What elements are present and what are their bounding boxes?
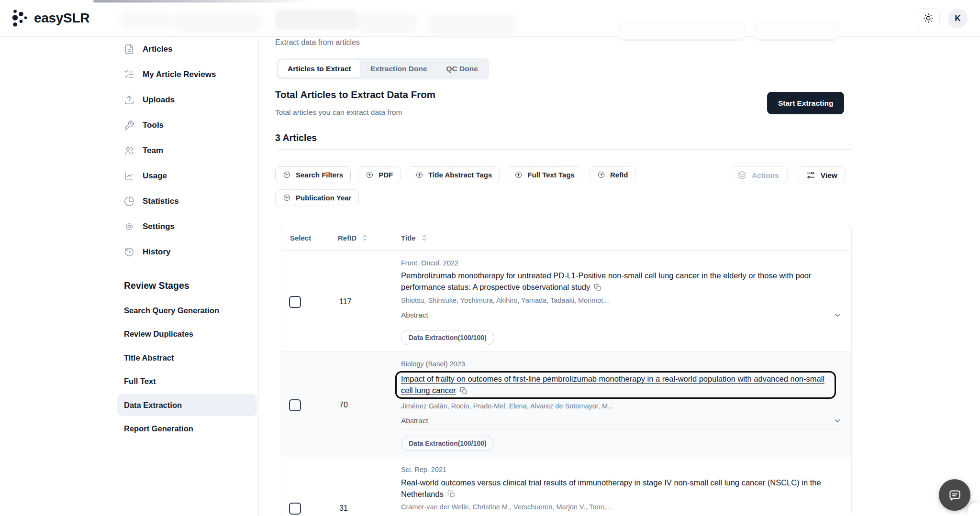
review-stages-list: Search Query Generation Review Duplicate… <box>117 299 257 440</box>
abstract-label: Abstract <box>401 417 428 425</box>
filter-chip-full-text-tags[interactable]: Full Text Tags <box>507 166 582 183</box>
page-subtitle: Extract data from articles <box>275 38 360 47</box>
journal-label: Front. Oncol. 2022 <box>401 258 842 268</box>
sidebar-item-my-article-reviews[interactable]: My Article Reviews <box>117 62 257 87</box>
view-button[interactable]: View <box>798 166 846 184</box>
filter-chip-refid[interactable]: RefId <box>590 166 636 183</box>
abstract-toggle-row[interactable]: Abstract <box>401 311 842 324</box>
sidebar-item-usage[interactable]: Usage <box>117 163 257 188</box>
review-stages-title: Review Stages <box>124 280 257 291</box>
tab-bar: Articles to Extract Extraction Done QC D… <box>277 58 489 79</box>
review-stage-search-query-generation[interactable]: Search Query Generation <box>117 299 257 321</box>
plus-circle-icon <box>597 171 605 179</box>
tab-qc-done[interactable]: QC Done <box>437 60 487 77</box>
tab-articles-to-extract[interactable]: Articles to Extract <box>278 60 360 77</box>
select-cell <box>281 359 338 451</box>
filter-chips-row-1: Search Filters PDF Title Abstract Tags F… <box>275 166 635 183</box>
articles-table: Select RefID Title 117 Front. Oncol. 202… <box>281 225 852 516</box>
table-toolbar: Actions View <box>729 166 846 184</box>
ghost-blob <box>426 14 517 36</box>
chevron-down-icon[interactable] <box>833 417 842 425</box>
actions-button[interactable]: Actions <box>729 166 788 184</box>
sidebar-item-statistics[interactable]: Statistics <box>117 188 257 214</box>
row-checkbox[interactable] <box>289 399 301 411</box>
corner-popup-edge <box>968 503 980 516</box>
sidebar-item-settings[interactable]: Settings <box>117 214 257 239</box>
filter-chip-label: Full Text Tags <box>527 171 575 179</box>
history-icon <box>124 247 134 257</box>
article-title-text: Pembrolizumab monotherapy for untreated … <box>401 271 812 291</box>
article-title[interactable]: Pembrolizumab monotherapy for untreated … <box>401 270 842 293</box>
brand-dots-icon <box>11 8 29 28</box>
sidebar-item-label: History <box>143 247 171 257</box>
table-row: 117 Front. Oncol. 2022 Pembrolizumab mon… <box>281 251 851 351</box>
journal-label: Sci. Rep. 2021 <box>401 465 842 474</box>
sidebar-nav: Articles My Article Reviews Uploads Tool… <box>117 36 257 264</box>
chevron-down-icon[interactable] <box>833 311 842 319</box>
article-title[interactable]: Impact of frailty on outcomes of first-l… <box>395 371 836 399</box>
select-cell <box>281 465 338 516</box>
sort-icon[interactable] <box>361 234 368 242</box>
upload-icon <box>124 95 134 105</box>
filter-chip-publication-year[interactable]: Publication Year <box>275 189 359 206</box>
start-extracting-button[interactable]: Start Extracting <box>767 92 844 114</box>
review-stage-data-extraction[interactable]: Data Extraction <box>117 394 257 416</box>
layers-icon <box>737 171 746 180</box>
chat-icon <box>948 489 961 502</box>
abstract-toggle-row[interactable]: Abstract <box>401 417 842 430</box>
divider <box>278 149 852 150</box>
filter-chip-label: Search Filters <box>296 171 343 179</box>
ghost-button <box>755 20 839 41</box>
filter-chip-label: Publication Year <box>296 194 351 202</box>
column-header-title[interactable]: Title <box>401 234 851 242</box>
tab-extraction-done[interactable]: Extraction Done <box>361 60 436 77</box>
authors-label: Shiotsu, Shinsuke, Yoshimura, Akihiro, Y… <box>401 296 842 304</box>
plus-circle-icon <box>514 171 523 179</box>
checklist-icon <box>124 69 134 80</box>
row-checkbox[interactable] <box>289 503 301 515</box>
theme-toggle-button[interactable] <box>917 8 940 28</box>
filter-chip-label: PDF <box>379 171 393 179</box>
sort-icon[interactable] <box>421 234 428 242</box>
section-title: Total Articles to Extract Data From <box>275 89 435 100</box>
sidebar-item-uploads[interactable]: Uploads <box>117 87 257 112</box>
table-row: 31 Sci. Rep. 2021 Real-world outcomes ve… <box>281 457 851 516</box>
review-stage-review-duplicates[interactable]: Review Duplicates <box>117 323 257 345</box>
section-subtitle: Total articles you can extract data from <box>275 108 402 117</box>
filter-chip-search-filters[interactable]: Search Filters <box>275 166 351 183</box>
brand-name: easySLR <box>34 11 89 26</box>
article-title[interactable]: Real-world outcomes versus clinical tria… <box>401 477 842 500</box>
review-stage-full-text[interactable]: Full Text <box>117 371 257 393</box>
article-count-heading: 3 Articles <box>275 132 317 143</box>
review-stage-report-generation[interactable]: Report Generation <box>117 418 257 440</box>
article-cell: Front. Oncol. 2022 Pembrolizumab monothe… <box>401 258 851 345</box>
row-checkbox[interactable] <box>289 296 301 308</box>
sidebar-item-team[interactable]: Team <box>117 138 257 163</box>
file-icon <box>124 44 134 55</box>
plus-circle-icon <box>366 171 374 179</box>
sidebar-item-history[interactable]: History <box>117 239 257 264</box>
app-logo[interactable]: easySLR <box>11 0 89 36</box>
plus-circle-icon <box>283 171 291 179</box>
abstract-label: Abstract <box>401 311 428 319</box>
column-header-refid[interactable]: RefID <box>338 234 401 242</box>
filter-chips-row-2: Publication Year <box>275 189 359 206</box>
copy-icon[interactable] <box>447 490 455 498</box>
select-cell <box>281 258 338 345</box>
copy-icon[interactable] <box>460 387 468 395</box>
ghost-blob <box>356 12 419 33</box>
users-icon <box>124 145 134 156</box>
filter-chip-title-abstract-tags[interactable]: Title Abstract Tags <box>408 166 500 183</box>
sidebar-item-label: Tools <box>143 121 164 130</box>
authors-label: Jiménez Galán, Rocío, Prado-Mel, Elena, … <box>401 402 842 410</box>
sidebar-item-articles[interactable]: Articles <box>117 36 257 62</box>
review-stage-title-abstract[interactable]: Title Abstract <box>117 347 257 369</box>
avatar[interactable]: K <box>948 9 968 28</box>
column-header-select: Select <box>281 234 338 242</box>
filter-chip-pdf[interactable]: PDF <box>358 166 401 183</box>
copy-icon[interactable] <box>594 284 601 291</box>
sidebar-item-label: Uploads <box>143 95 175 105</box>
ghost-blob <box>120 11 172 29</box>
sidebar-item-tools[interactable]: Tools <box>117 112 257 138</box>
chat-fab-button[interactable] <box>939 479 970 511</box>
